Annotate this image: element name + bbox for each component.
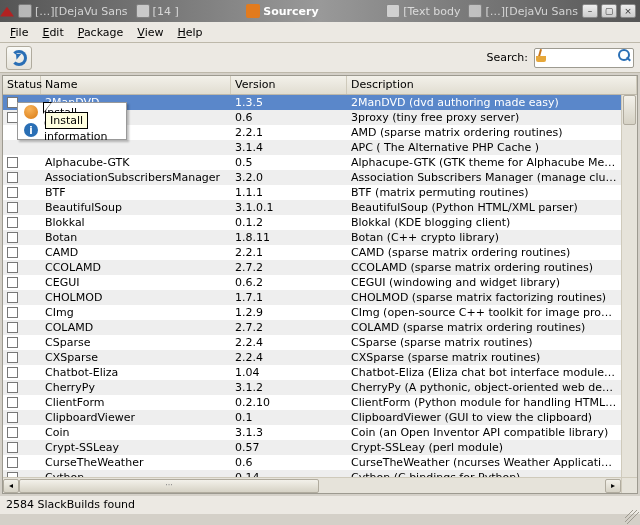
name-cell: CSparse (41, 336, 231, 349)
info-icon: i (24, 123, 38, 137)
close-button[interactable]: × (620, 4, 636, 18)
table-row[interactable]: Blokkal0.1.2Blokkal (KDE blogging client… (3, 215, 621, 230)
status-checkbox[interactable] (7, 442, 18, 453)
table-row[interactable]: CHOLMOD1.7.1CHOLMOD (sparse matrix facto… (3, 290, 621, 305)
reload-button[interactable] (6, 46, 32, 70)
table-row[interactable]: BeautifulSoup3.1.0.1BeautifulSoup (Pytho… (3, 200, 621, 215)
menu-edit[interactable]: Edit (36, 24, 69, 41)
name-cell: CCOLAMD (41, 261, 231, 274)
version-cell: 1.3.5 (231, 96, 347, 109)
status-checkbox[interactable] (7, 202, 18, 213)
status-checkbox[interactable] (7, 397, 18, 408)
version-cell: 0.5 (231, 156, 347, 169)
name-cell: CEGUI (41, 276, 231, 289)
header-version[interactable]: Version (231, 76, 347, 94)
version-cell: 0.1 (231, 411, 347, 424)
search-label: Search: (487, 51, 529, 64)
status-cell (3, 382, 41, 393)
status-checkbox[interactable] (7, 172, 18, 183)
header-name[interactable]: Name (41, 76, 231, 94)
status-checkbox[interactable] (7, 247, 18, 258)
status-checkbox[interactable] (7, 217, 18, 228)
table-row[interactable]: CAMD2.2.1CAMD (sparse matrix ordering ro… (3, 245, 621, 260)
minimize-button[interactable]: – (582, 4, 598, 18)
scroll-left-button[interactable]: ◂ (3, 479, 19, 493)
version-cell: 0.6 (231, 456, 347, 469)
table-row[interactable]: CurseTheWeather0.6CurseTheWeather (ncurs… (3, 455, 621, 470)
table-row[interactable]: AssociationSubscribersManager3.2.0Associ… (3, 170, 621, 185)
status-cell (3, 307, 41, 318)
table-body: 2ManDVD1.3.52ManDVD (dvd authoring made … (3, 95, 621, 477)
status-checkbox[interactable] (7, 157, 18, 168)
status-checkbox[interactable] (7, 427, 18, 438)
vertical-scrollbar[interactable] (621, 95, 637, 477)
description-cell: CImg (open-source C++ toolkit for image … (347, 306, 621, 319)
version-cell: 0.1.2 (231, 216, 347, 229)
table-row[interactable]: CSparse2.2.4CSparse (sparse matrix routi… (3, 335, 621, 350)
description-cell: Association Subscribers Manager (manage … (347, 171, 621, 184)
status-checkbox[interactable] (7, 382, 18, 393)
status-checkbox[interactable] (7, 262, 18, 273)
name-cell: ClipboardViewer (41, 411, 231, 424)
menu-package[interactable]: Package (72, 24, 130, 41)
status-checkbox[interactable] (7, 292, 18, 303)
version-cell: 2.2.1 (231, 126, 347, 139)
table-row[interactable]: CXSparse2.2.4CXSparse (sparse matrix rou… (3, 350, 621, 365)
status-checkbox[interactable] (7, 187, 18, 198)
table-row[interactable]: CherryPy3.1.2CherryPy (A pythonic, objec… (3, 380, 621, 395)
name-cell: AssociationSubscribersManager (41, 171, 231, 184)
vertical-scroll-thumb[interactable] (623, 95, 636, 125)
menu-file[interactable]: File (4, 24, 34, 41)
status-checkbox[interactable] (7, 307, 18, 318)
table-row[interactable]: CImg1.2.9CImg (open-source C++ toolkit f… (3, 305, 621, 320)
description-cell: CSparse (sparse matrix routines) (347, 336, 621, 349)
description-cell: Chatbot-Eliza (Eliza chat bot interface … (347, 366, 621, 379)
table-row[interactable]: CCOLAMD2.7.2CCOLAMD (sparse matrix order… (3, 260, 621, 275)
description-cell: 2ManDVD (dvd authoring made easy) (347, 96, 621, 109)
menu-view-label: View (137, 26, 163, 39)
status-cell (3, 202, 41, 213)
status-checkbox[interactable] (7, 337, 18, 348)
table-row[interactable]: Botan1.8.11Botan (C++ crypto library) (3, 230, 621, 245)
status-checkbox[interactable] (7, 367, 18, 378)
status-cell (3, 232, 41, 243)
table-row[interactable]: Crypt-SSLeay0.57Crypt-SSLeay (perl modul… (3, 440, 621, 455)
titlebar-text: […][DejaVu Sans (35, 5, 128, 18)
version-cell: 2.2.4 (231, 351, 347, 364)
resize-grip[interactable] (625, 510, 639, 524)
header-status[interactable]: Status (3, 76, 41, 94)
clear-search-icon[interactable] (536, 49, 550, 63)
status-checkbox[interactable] (7, 412, 18, 423)
status-cell (3, 337, 41, 348)
name-cell: Alphacube-GTK (41, 156, 231, 169)
table-row[interactable]: CEGUI0.6.2CEGUI (windowing and widget li… (3, 275, 621, 290)
status-checkbox[interactable] (7, 352, 18, 363)
status-checkbox[interactable] (7, 277, 18, 288)
sourcery-icon (246, 4, 260, 18)
status-checkbox[interactable] (7, 457, 18, 468)
titlebar-seg: […][DejaVu Sans (14, 4, 132, 18)
header-description[interactable]: Description (347, 76, 637, 94)
version-cell: 3.1.4 (231, 141, 347, 154)
table-row[interactable]: BTF1.1.1BTF (matrix permuting routines) (3, 185, 621, 200)
maximize-button[interactable]: ▢ (601, 4, 617, 18)
scroll-right-button[interactable]: ▸ (605, 479, 621, 493)
menu-view[interactable]: View (131, 24, 169, 41)
table-row[interactable]: COLAMD2.7.2COLAMD (sparse matrix orderin… (3, 320, 621, 335)
status-checkbox[interactable] (7, 232, 18, 243)
version-cell: 0.2.10 (231, 396, 347, 409)
menu-help[interactable]: Help (171, 24, 208, 41)
search-icon[interactable] (618, 49, 632, 63)
table-row[interactable]: Chatbot-Eliza1.04Chatbot-Eliza (Eliza ch… (3, 365, 621, 380)
menu-edit-label: Edit (42, 26, 63, 39)
table-row[interactable]: ClipboardViewer0.1ClipboardViewer (GUI t… (3, 410, 621, 425)
status-checkbox[interactable] (7, 322, 18, 333)
status-cell (3, 262, 41, 273)
table-row[interactable]: Alphacube-GTK0.5Alphacupe-GTK (GTK theme… (3, 155, 621, 170)
horizontal-scrollbar[interactable]: ◂ ▸ ··· (3, 477, 621, 493)
doc-icon (18, 4, 32, 18)
table-row[interactable]: Cython0.14Cython (C bindings for Python) (3, 470, 621, 477)
table-row[interactable]: ClientForm0.2.10ClientForm (Python modul… (3, 395, 621, 410)
horizontal-scroll-thumb[interactable]: ··· (19, 479, 319, 493)
table-row[interactable]: Coin3.1.3Coin (an Open Inventor API comp… (3, 425, 621, 440)
